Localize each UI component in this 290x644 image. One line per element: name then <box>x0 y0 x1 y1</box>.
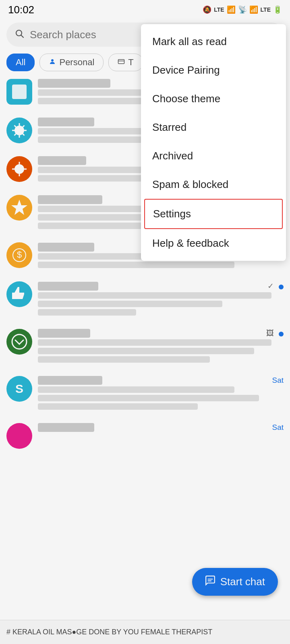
menu-item-device-pairing[interactable]: Device Pairing <box>141 56 286 85</box>
menu-item-label: Spam & blocked <box>152 178 228 190</box>
menu-item-choose-theme[interactable]: Choose theme <box>141 85 286 113</box>
dropdown-menu: Mark all as read Device Pairing Choose t… <box>141 24 286 261</box>
menu-item-label: Archived <box>152 150 193 162</box>
menu-item-label: Choose theme <box>152 93 220 105</box>
menu-item-label: Starred <box>152 121 186 133</box>
menu-item-label: Help & feedback <box>152 237 229 249</box>
menu-item-label: Settings <box>153 208 191 220</box>
menu-item-starred[interactable]: Starred <box>141 113 286 142</box>
menu-item-archived[interactable]: Archived <box>141 142 286 170</box>
menu-item-label: Device Pairing <box>152 64 220 76</box>
menu-item-spam[interactable]: Spam & blocked <box>141 170 286 199</box>
menu-item-help[interactable]: Help & feedback <box>141 229 286 258</box>
menu-item-settings[interactable]: Settings <box>144 199 283 229</box>
menu-item-label: Mark all as read <box>152 35 227 47</box>
menu-item-mark-read[interactable]: Mark all as read <box>141 27 286 56</box>
